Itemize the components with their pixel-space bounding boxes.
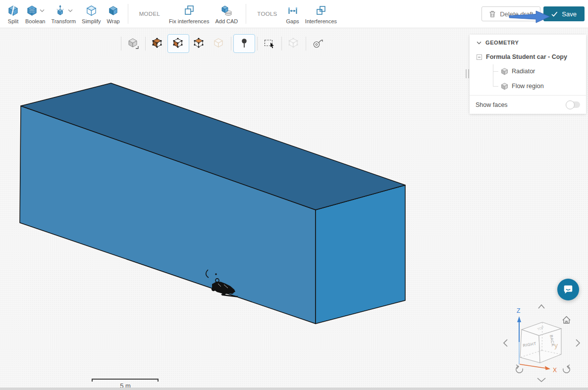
fix-interferences-button[interactable]: Fix interferences xyxy=(166,0,212,28)
geometry-panel: GEOMETRY Formula Student car - Copy Radi… xyxy=(470,35,586,114)
wrap-label: Wrap xyxy=(107,18,120,24)
selbar-separator xyxy=(231,37,231,50)
viewport-3d[interactable]: 5 m xyxy=(0,28,588,390)
simplify-cube-icon xyxy=(85,4,98,17)
selbar-separator xyxy=(121,37,121,50)
tree-item-flow-region[interactable]: Flow region xyxy=(470,79,586,93)
volume-select-button[interactable] xyxy=(123,34,143,53)
edge-select-icon xyxy=(213,38,225,49)
fix-interferences-icon xyxy=(183,4,196,17)
show-faces-toggle[interactable] xyxy=(567,101,580,108)
boolean-cube-icon xyxy=(26,4,38,17)
volume-select-icon xyxy=(127,38,139,49)
add-cad-label: Add CAD xyxy=(215,18,238,24)
transform-label: Transform xyxy=(51,18,76,24)
selbar-separator xyxy=(145,37,146,50)
toolbar-left-group: Split Boolean xyxy=(0,0,340,28)
interferences-icon xyxy=(315,4,327,17)
panel-drag-handle[interactable] xyxy=(466,69,469,78)
tree-child-label: Flow region xyxy=(512,83,544,90)
transform-dropdown-chevron-icon[interactable] xyxy=(68,9,73,12)
z-axis-arrow xyxy=(517,316,521,322)
x-axis-label: X xyxy=(553,367,557,374)
solid-cube-icon xyxy=(501,68,508,75)
face-select-button[interactable] xyxy=(167,34,189,53)
measure-tape-icon xyxy=(312,38,324,49)
fix-interferences-label: Fix interferences xyxy=(169,18,209,24)
interferences-label: Interferences xyxy=(305,18,337,24)
split-button[interactable]: Split xyxy=(4,0,22,28)
roll-ccw-icon[interactable] xyxy=(516,365,523,373)
show-faces-label: Show faces xyxy=(476,101,567,108)
assembly-select-icon xyxy=(288,38,300,49)
top-toolbar: Split Boolean xyxy=(0,0,588,28)
add-cad-button[interactable]: Add CAD xyxy=(212,0,241,28)
simplify-button[interactable]: Simplify xyxy=(79,0,104,28)
measure-button[interactable] xyxy=(308,34,328,53)
rotate-down-chevron[interactable] xyxy=(537,378,545,382)
interferences-button[interactable]: Interferences xyxy=(302,0,340,28)
x-axis-arrow xyxy=(545,366,550,370)
toggle-knob xyxy=(566,100,575,109)
face-select-icon xyxy=(172,38,184,49)
tree-item-radiator[interactable]: Radiator xyxy=(470,64,586,78)
chat-bubble-icon xyxy=(563,284,574,295)
rotate-up-chevron[interactable] xyxy=(538,305,544,308)
collapse-chevron-icon xyxy=(477,41,481,45)
assembly-select-button xyxy=(284,34,304,53)
gaps-label: Gaps xyxy=(286,18,299,24)
model-group-label: MODEL xyxy=(139,11,160,17)
boolean-button[interactable]: Boolean xyxy=(22,0,48,28)
vertex-select-button[interactable] xyxy=(189,34,209,53)
split-cube-icon xyxy=(7,4,19,17)
selbar-separator xyxy=(281,37,282,50)
selbar-separator xyxy=(257,37,258,50)
gaps-button[interactable]: Gaps xyxy=(283,0,302,28)
boolean-dropdown-chevron-icon[interactable] xyxy=(40,9,45,12)
tree-child-label: Radiator xyxy=(512,68,535,75)
box-select-cursor-icon xyxy=(264,38,275,49)
pin-icon xyxy=(238,38,250,49)
transform-button[interactable]: Transform xyxy=(48,0,79,28)
geometry-panel-header[interactable]: GEOMETRY xyxy=(470,35,586,50)
save-button[interactable]: Save xyxy=(543,6,585,21)
box-select-button[interactable] xyxy=(260,34,279,53)
wrap-button[interactable]: Wrap xyxy=(104,0,123,28)
simscale-geometry-editor: Split Boolean xyxy=(0,0,588,390)
bottom-edge-strip xyxy=(0,388,588,390)
simplify-label: Simplify xyxy=(82,18,101,24)
z-axis-label: Z xyxy=(517,307,520,314)
orientation-cube-widget: Z RIGHT BACK TOP xyxy=(500,299,586,390)
delete-draft-label: Delete draft xyxy=(500,10,533,18)
pin-select-button[interactable] xyxy=(233,34,255,53)
tree-root-label: Formula Student car - Copy xyxy=(486,53,567,60)
selbar-separator xyxy=(306,37,306,50)
home-view-icon[interactable] xyxy=(563,317,570,324)
topbar-actions: Delete draft Save xyxy=(481,6,585,21)
save-label: Save xyxy=(562,10,577,18)
selection-toolbar xyxy=(119,34,328,53)
y-axis-label: y xyxy=(554,341,558,349)
split-label: Split xyxy=(8,18,18,24)
toolbar-separator xyxy=(246,4,246,24)
rotate-left-chevron[interactable] xyxy=(504,340,507,346)
add-cad-icon xyxy=(220,4,233,17)
boolean-label: Boolean xyxy=(25,18,45,24)
gaps-icon xyxy=(286,4,299,17)
transform-cube-icon xyxy=(54,4,66,17)
check-icon xyxy=(551,11,558,17)
rotate-right-chevron[interactable] xyxy=(576,340,580,346)
tree-item-root[interactable]: Formula Student car - Copy xyxy=(470,50,586,63)
collapse-minus-icon[interactable] xyxy=(477,54,482,60)
delete-draft-button[interactable]: Delete draft xyxy=(481,6,540,21)
solid-cube-icon xyxy=(501,83,508,90)
body-select-button[interactable] xyxy=(148,34,167,53)
geometry-panel-title: GEOMETRY xyxy=(485,40,519,46)
roll-cw-icon[interactable] xyxy=(563,365,570,373)
chat-support-button[interactable] xyxy=(557,279,579,300)
show-faces-row: Show faces xyxy=(470,96,586,114)
wrap-cube-icon xyxy=(107,4,119,17)
body-select-icon xyxy=(152,38,163,49)
edge-select-button xyxy=(209,34,229,53)
toolbar-separator xyxy=(128,4,128,24)
